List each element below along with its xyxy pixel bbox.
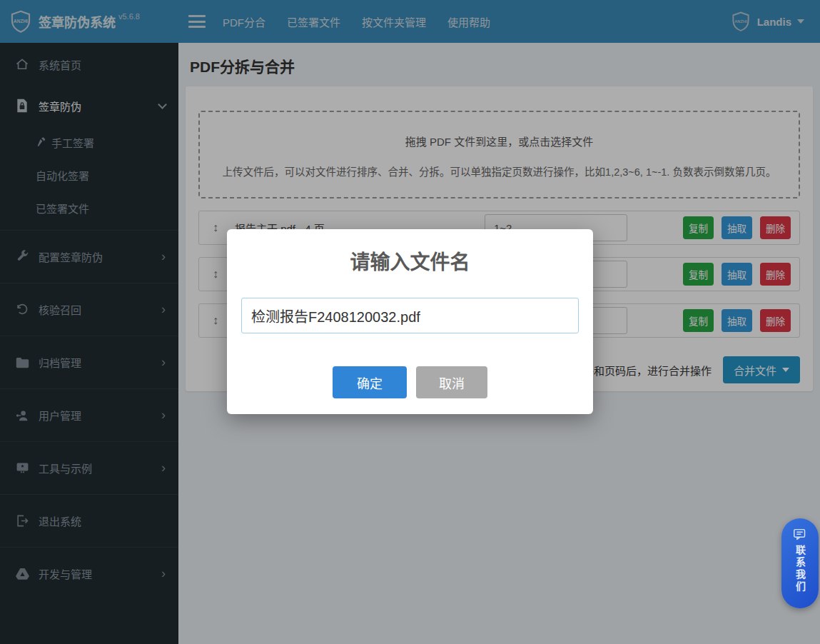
contact-us-button[interactable]: 联系我们	[781, 518, 819, 608]
dialog-title: 请输入文件名	[241, 246, 579, 271]
filename-dialog: 请输入文件名 确定 取消	[227, 229, 593, 414]
contact-us-label: 联系我们	[795, 545, 805, 593]
confirm-button[interactable]: 确定	[333, 366, 407, 398]
cancel-button[interactable]: 取消	[416, 366, 487, 398]
filename-input[interactable]	[241, 298, 579, 333]
chat-icon	[793, 528, 807, 541]
